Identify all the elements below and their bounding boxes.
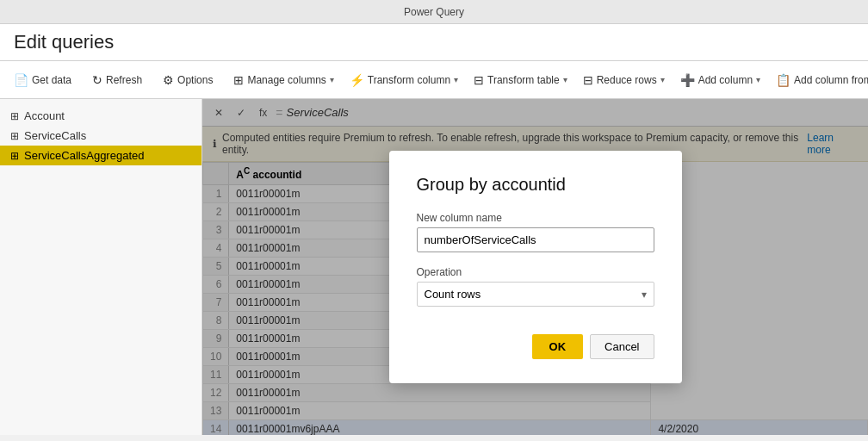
sidebar-item-account-label: Account — [24, 109, 65, 122]
transform-table-chevron: ▾ — [563, 75, 567, 84]
operation-select[interactable]: Count rows Sum Average Min Max Count dis… — [418, 283, 654, 306]
options-button[interactable]: ⚙ Options — [156, 70, 220, 90]
sidebar-item-service-calls-aggregated-label: ServiceCallsAggregated — [24, 149, 144, 162]
ok-button[interactable]: OK — [532, 334, 584, 359]
sidebar-item-service-calls-aggregated[interactable]: ⊞ ServiceCallsAggregated — [0, 146, 202, 165]
title-bar-text: Power Query — [404, 6, 464, 18]
add-column-label: Add column — [698, 74, 753, 86]
add-column-icon: ➕ — [680, 73, 695, 87]
new-column-name-input[interactable] — [417, 227, 654, 252]
manage-columns-chevron: ▾ — [330, 75, 334, 84]
refresh-button[interactable]: ↻ Refresh — [85, 70, 149, 90]
transform-column-button[interactable]: ⚡ Transform column ▾ — [343, 70, 465, 90]
modal-overlay: Group by accountid New column name Opera… — [202, 99, 868, 435]
reduce-rows-icon: ⊟ — [583, 73, 593, 87]
add-column-from-button[interactable]: 📋 Add column from ex… — [769, 70, 868, 90]
add-column-chevron: ▾ — [756, 75, 760, 84]
main-area: ⊞ Account ⊞ ServiceCalls ⊞ ServiceCallsA… — [0, 99, 868, 435]
sidebar: ⊞ Account ⊞ ServiceCalls ⊞ ServiceCallsA… — [0, 99, 202, 435]
refresh-icon: ↻ — [92, 73, 102, 87]
sidebar-item-service-calls-label: ServiceCalls — [24, 129, 86, 142]
toolbar: 📄 Get data ↻ Refresh ⚙ Options ⊞ Manage … — [0, 61, 868, 99]
sidebar-item-service-calls[interactable]: ⊞ ServiceCalls — [0, 126, 202, 146]
reduce-rows-chevron: ▾ — [660, 75, 665, 84]
page-title: Edit queries — [14, 31, 854, 53]
add-column-from-icon: 📋 — [776, 73, 790, 87]
operation-label: Operation — [417, 266, 654, 278]
get-data-icon: 📄 — [14, 73, 28, 87]
service-calls-table-icon: ⊞ — [10, 130, 19, 142]
transform-column-icon: ⚡ — [350, 73, 364, 87]
transform-column-chevron: ▾ — [454, 75, 458, 84]
reduce-rows-label: Reduce rows — [597, 74, 657, 86]
service-calls-aggregated-table-icon: ⊞ — [10, 150, 19, 162]
get-data-button[interactable]: 📄 Get data — [7, 70, 78, 90]
transform-table-icon: ⊟ — [474, 73, 484, 87]
operation-select-wrapper: Count rows Sum Average Min Max Count dis… — [417, 282, 654, 307]
modal-title: Group by accountid — [417, 175, 654, 195]
options-icon: ⚙ — [163, 73, 174, 87]
get-data-label: Get data — [32, 74, 71, 86]
operation-group: Operation Count rows Sum Average Min Max… — [417, 266, 654, 307]
transform-table-label: Transform table — [487, 74, 560, 86]
add-column-from-label: Add column from ex… — [794, 74, 868, 86]
transform-table-button[interactable]: ⊟ Transform table ▾ — [467, 70, 574, 90]
new-column-name-label: New column name — [417, 212, 654, 224]
cancel-button[interactable]: Cancel — [590, 334, 654, 359]
reduce-rows-button[interactable]: ⊟ Reduce rows ▾ — [576, 70, 672, 90]
sidebar-item-account[interactable]: ⊞ Account — [0, 106, 202, 126]
manage-columns-icon: ⊞ — [233, 73, 244, 87]
account-table-icon: ⊞ — [10, 110, 19, 122]
manage-columns-button[interactable]: ⊞ Manage columns ▾ — [226, 70, 340, 90]
add-column-button[interactable]: ➕ Add column ▾ — [673, 70, 767, 90]
manage-columns-label: Manage columns — [247, 74, 326, 86]
transform-column-label: Transform column — [368, 74, 450, 86]
title-bar: Power Query — [0, 0, 868, 24]
refresh-label: Refresh — [106, 74, 142, 86]
new-column-name-group: New column name — [417, 212, 654, 252]
modal-footer: OK Cancel — [417, 334, 654, 359]
options-label: Options — [177, 74, 213, 86]
content-area: ✕ ✓ fx = ServiceCalls ℹ Computed entitie… — [202, 99, 868, 435]
group-by-modal: Group by accountid New column name Opera… — [389, 151, 682, 383]
app-header: Edit queries — [0, 24, 868, 61]
